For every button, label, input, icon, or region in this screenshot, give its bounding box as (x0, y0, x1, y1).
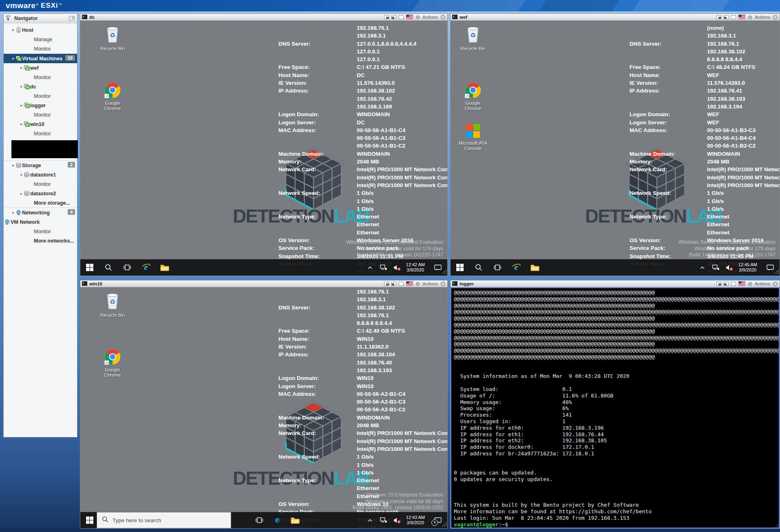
expander-expanded-icon[interactable]: ▾ (11, 28, 15, 32)
expander-expanded-icon[interactable]: ▾ (19, 66, 23, 70)
console-minimize-icon[interactable] (724, 280, 729, 287)
resize-grip-icon[interactable] (775, 523, 779, 528)
expander-expanded-icon[interactable]: ▾ (19, 85, 23, 89)
sidebar-item-monitor[interactable]: Monitor (4, 44, 77, 53)
sidebar-item-monitor[interactable]: Monitor (4, 110, 77, 119)
sidebar-item-networking[interactable]: ▾Networking4 (4, 208, 77, 217)
sidebar-item-logger[interactable]: ▾logger (4, 101, 77, 110)
start-button[interactable] (85, 516, 94, 525)
close-console-icon[interactable]: × (773, 281, 778, 287)
sidebar-item-win10[interactable]: ▾win10 (4, 119, 77, 129)
expander-expanded-icon[interactable]: ▾ (11, 57, 15, 61)
vm-console-window-logger[interactable]: logger ⚙Actions× @@@@@@@@@@@@@@@@@@@@@@@… (450, 280, 780, 529)
resize-grip-icon[interactable] (775, 268, 779, 275)
vm-desktop[interactable]: ♻Recycle Bin↗Google ChromeDETECTIONLAB19… (80, 21, 447, 276)
speaker-muted-icon[interactable] (393, 516, 402, 525)
console-restore-icon[interactable] (384, 13, 389, 21)
actions-gear-icon[interactable]: ⚙ (748, 281, 753, 287)
pin-panel-icon[interactable] (69, 16, 75, 21)
internet-explorer-icon[interactable]: e (141, 263, 150, 272)
vm-desktop[interactable]: ♻Recycle Bin↗Google ChromeMicrosoft ATA … (451, 21, 780, 276)
console-minimize-icon[interactable] (391, 13, 396, 21)
console-maximize-icon[interactable] (399, 280, 404, 287)
internet-explorer-icon[interactable]: e (512, 263, 521, 272)
expander-expanded-icon[interactable]: ▾ (11, 163, 15, 168)
edge-browser-icon[interactable]: e (273, 516, 282, 525)
resize-grip-icon[interactable] (442, 268, 447, 275)
task-view-icon[interactable] (255, 516, 264, 525)
sidebar-item-host[interactable]: ▾Host (4, 25, 77, 35)
sidebar-item-datastore2[interactable]: ▸datastore2 (4, 189, 77, 198)
vm-console-window-dc[interactable]: dc ⚙Actions× ♻Recycle Bin↗Google ChromeD… (80, 13, 448, 276)
action-center-icon[interactable] (433, 263, 442, 272)
speaker-muted-icon[interactable] (393, 263, 402, 272)
vm-desktop[interactable]: ♻Recycle Bin↗Google ChromeDETECTIONLAB19… (80, 287, 447, 528)
console-restore-icon[interactable] (716, 13, 721, 21)
network-tray-icon[interactable] (379, 516, 388, 525)
actions-menu[interactable]: Actions (422, 15, 438, 20)
actions-menu[interactable]: Actions (422, 281, 438, 286)
sidebar-item-monitor[interactable]: Monitor (4, 73, 77, 82)
console-restore-icon[interactable] (384, 280, 389, 287)
vm-console-window-win10[interactable]: win10 ⚙Actions× ♻Recycle Bin↗Google Chro… (80, 280, 448, 529)
file-explorer-icon[interactable] (291, 516, 300, 525)
close-console-icon[interactable]: × (440, 15, 446, 20)
search-icon[interactable] (104, 263, 113, 272)
console-titlebar[interactable]: win10 ⚙Actions× (80, 280, 447, 287)
taskbar-clock[interactable]: 12:45 AM3/9/2020 (738, 262, 757, 273)
search-icon[interactable] (474, 263, 483, 272)
sidebar-item-vm-network[interactable]: VM Network (4, 217, 77, 227)
speaker-muted-icon[interactable] (725, 263, 734, 272)
console-minimize-icon[interactable] (724, 13, 729, 21)
network-tray-icon[interactable] (379, 263, 388, 272)
vm-console-window-wef[interactable]: wef ⚙Actions× ♻Recycle Bin↗Google Chrome… (450, 13, 780, 276)
sidebar-item-virtual-machines[interactable]: ▾Virtual Machines10 (4, 53, 77, 63)
console-titlebar[interactable]: dc ⚙Actions× (80, 14, 447, 21)
expander-expanded-icon[interactable]: ▾ (19, 173, 23, 177)
actions-menu[interactable]: Actions (755, 281, 770, 286)
vm-taskbar[interactable]: e12:45 AM3/9/2020 (451, 259, 780, 276)
action-center-icon[interactable] (766, 263, 775, 272)
actions-gear-icon[interactable]: ⚙ (415, 281, 420, 287)
file-explorer-icon[interactable] (530, 263, 539, 272)
sidebar-item-more-storage[interactable]: More storage... (4, 198, 77, 208)
console-maximize-icon[interactable] (731, 280, 736, 287)
start-button[interactable] (455, 263, 464, 272)
expander-expanded-icon[interactable]: ▾ (11, 211, 15, 215)
console-restore-icon[interactable] (716, 280, 721, 287)
console-minimize-icon[interactable] (391, 280, 396, 287)
sidebar-item-storage[interactable]: ▾Storage2 (4, 160, 77, 170)
keyboard-layout-us-flag-icon[interactable] (406, 280, 413, 287)
taskbar-clock[interactable]: 12:43 AM3/9/2020 (406, 515, 425, 525)
console-titlebar[interactable]: wef ⚙Actions× (451, 14, 780, 21)
task-view-icon[interactable] (493, 263, 502, 272)
network-tray-icon[interactable] (712, 263, 720, 272)
vm-taskbar[interactable]: e12:42 AM3/9/2020 (80, 259, 447, 276)
show-hidden-icons-chevron-icon[interactable] (698, 263, 707, 272)
console-maximize-icon[interactable] (731, 13, 736, 21)
show-hidden-icons-chevron-icon[interactable] (366, 263, 375, 272)
sidebar-item-monitor[interactable]: Monitor (4, 227, 77, 236)
actions-gear-icon[interactable]: ⚙ (748, 15, 753, 20)
vm-taskbar[interactable]: Type here to searche12:43 AM3/9/20206 (80, 512, 447, 528)
file-explorer-icon[interactable] (160, 263, 169, 272)
task-view-icon[interactable] (123, 263, 132, 272)
taskbar-search-input[interactable]: Type here to search (97, 512, 231, 528)
close-console-icon[interactable]: × (440, 281, 446, 287)
logger-terminal[interactable]: @@@@@@@@@@@@@@@@@@@@@@@@@@@@@@@@@@@@@@@@… (451, 287, 780, 528)
sidebar-item-datastore1[interactable]: ▾datastore1 (4, 170, 77, 179)
show-hidden-icons-chevron-icon[interactable] (366, 516, 375, 525)
resize-grip-icon[interactable] (442, 521, 447, 528)
expander-expanded-icon[interactable]: ▾ (19, 122, 23, 126)
console-maximize-icon[interactable] (399, 13, 404, 21)
sidebar-item-wef[interactable]: ▾wef (4, 63, 77, 73)
expander-expanded-icon[interactable]: ▾ (19, 104, 23, 108)
sidebar-item-monitor[interactable]: Monitor (4, 179, 77, 189)
sidebar-item-monitor[interactable]: Monitor (4, 91, 77, 101)
taskbar-clock[interactable]: 12:42 AM3/9/2020 (406, 262, 425, 273)
expander-collapsed-icon[interactable]: ▸ (19, 192, 23, 196)
actions-menu[interactable]: Actions (755, 15, 770, 20)
sidebar-item-manage[interactable]: Manage (4, 35, 77, 44)
actions-gear-icon[interactable]: ⚙ (415, 15, 420, 20)
keyboard-layout-us-flag-icon[interactable] (738, 280, 745, 287)
